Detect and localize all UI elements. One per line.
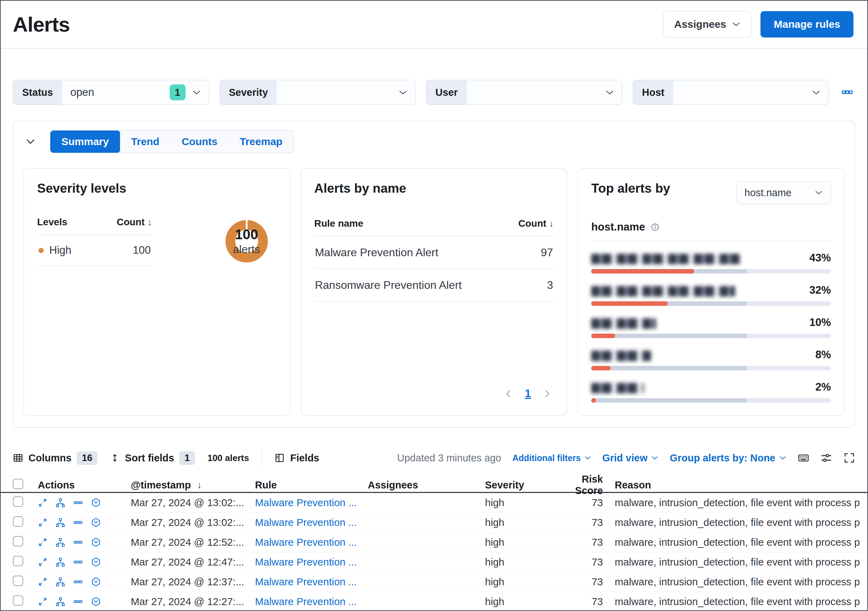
grid-toolbar: Columns 16 Sort fields 1 100 alerts Fiel… (13, 451, 855, 465)
expand-alert-icon[interactable] (38, 537, 48, 547)
rule-link[interactable]: Malware Prevention ... (255, 596, 357, 607)
redacted-host-name (591, 254, 739, 264)
expand-alert-icon[interactable] (38, 597, 48, 606)
severity-column-header[interactable]: Severity (485, 479, 555, 491)
more-actions-icon[interactable] (73, 577, 83, 587)
tab-treemap[interactable]: Treemap (229, 131, 293, 153)
session-view-icon[interactable] (91, 537, 101, 547)
header-divider (1, 48, 867, 48)
analyze-event-icon[interactable] (56, 498, 65, 508)
tab-trend[interactable]: Trend (120, 131, 170, 153)
columns-button[interactable]: Columns 16 (13, 451, 98, 465)
severity-donut-chart: 100 alerts (225, 220, 268, 263)
host-alert-percentage: 2% (815, 381, 831, 393)
chevron-down-icon (732, 20, 741, 29)
group-alerts-by-button[interactable]: Group alerts by: None (670, 452, 786, 464)
tab-summary[interactable]: Summary (50, 131, 120, 153)
host-filter[interactable]: Host (633, 80, 829, 105)
rule-link[interactable]: Malware Prevention ... (255, 516, 357, 528)
assignees-button[interactable]: Assignees (663, 11, 752, 37)
more-actions-icon[interactable] (73, 537, 83, 547)
row-checkbox[interactable] (13, 516, 23, 527)
fields-label: Fields (290, 452, 319, 464)
fullscreen-icon[interactable] (843, 452, 855, 464)
alerts-by-name-title: Alerts by name (314, 181, 554, 196)
analyze-event-icon[interactable] (56, 518, 65, 527)
manage-rules-button[interactable]: Manage rules (761, 11, 853, 37)
alerts-table-header: Actions @timestamp ↓ Rule Assignees Seve… (1, 474, 867, 493)
timestamp-column-header[interactable]: @timestamp ↓ (131, 479, 255, 491)
percentage-bar-track (591, 269, 831, 274)
analyze-event-icon[interactable] (56, 597, 65, 606)
session-view-icon[interactable] (91, 498, 101, 508)
session-view-icon[interactable] (91, 577, 101, 587)
more-actions-icon[interactable] (73, 498, 83, 508)
user-filter-label: User (426, 80, 467, 104)
row-checkbox[interactable] (13, 536, 23, 546)
row-checkbox[interactable] (13, 496, 23, 507)
session-view-icon[interactable] (91, 518, 101, 528)
reason-column-header[interactable]: Reason (604, 479, 867, 491)
count-column-header[interactable]: Count↓ (518, 218, 554, 229)
sort-fields-button[interactable]: Sort fields 1 (110, 451, 195, 465)
page-number[interactable]: 1 (525, 387, 531, 400)
next-page-icon[interactable] (542, 389, 552, 398)
fields-button[interactable]: Fields (274, 452, 319, 464)
previous-page-icon[interactable] (504, 389, 513, 398)
grid-settings-icon[interactable] (820, 452, 832, 464)
more-actions-icon[interactable] (73, 518, 83, 527)
rule-link[interactable]: Malware Prevention ... (255, 497, 357, 508)
additional-filters-button[interactable]: Additional filters (512, 453, 591, 463)
expand-alert-icon[interactable] (38, 557, 48, 567)
filter-bar: Status open 1 Severity User (13, 80, 855, 105)
analyze-event-icon[interactable] (56, 577, 65, 587)
rule-link[interactable]: Malware Prevention ... (255, 576, 357, 588)
user-filter[interactable]: User (426, 80, 622, 105)
grid-view-button[interactable]: Grid view (602, 452, 659, 464)
more-actions-icon[interactable] (73, 597, 83, 606)
expand-alert-icon[interactable] (38, 518, 48, 527)
risk-score-cell: 73 (555, 516, 604, 529)
alerts-count: 100 alerts (208, 453, 249, 463)
top-alerts-row: 2% (591, 381, 831, 403)
severity-cell: high (485, 556, 555, 568)
expand-alert-icon[interactable] (38, 577, 48, 587)
severity-dot (39, 248, 44, 253)
percentage-bar-fill (591, 398, 596, 403)
rule-column-header[interactable]: Rule (255, 479, 368, 491)
sort-desc-icon: ↓ (197, 480, 202, 491)
percentage-bar-track (591, 301, 831, 306)
session-view-icon[interactable] (91, 597, 101, 607)
alert-row: Mar 27, 2024 @ 12:52:... Malware Prevent… (1, 533, 867, 552)
analyze-event-icon[interactable] (56, 537, 65, 547)
session-view-icon[interactable] (91, 557, 101, 567)
more-actions-icon[interactable] (73, 557, 83, 567)
more-filters-icon[interactable] (839, 84, 855, 100)
expand-alert-icon[interactable] (38, 498, 48, 508)
summary-cards: Severity levels Levels Count↓ High 1 (23, 168, 845, 415)
risk-score-column-header[interactable]: Risk Score (555, 474, 604, 496)
alert-row: Mar 27, 2024 @ 13:02:... Malware Prevent… (1, 513, 867, 533)
keyboard-shortcuts-icon[interactable] (798, 452, 809, 464)
collapse-panel-icon[interactable] (23, 135, 37, 149)
top-alerts-field-select[interactable]: host.name (736, 181, 831, 204)
host-alert-percentage: 43% (809, 252, 831, 264)
assignees-column-header[interactable]: Assignees (368, 479, 485, 491)
alerts-by-name-card: Alerts by name Rule name Count↓ Malware … (301, 168, 567, 415)
select-all-checkbox[interactable] (13, 479, 23, 489)
tab-counts[interactable]: Counts (170, 131, 228, 153)
severity-filter[interactable]: Severity (220, 80, 416, 105)
status-filter[interactable]: Status open 1 (13, 80, 209, 105)
row-checkbox[interactable] (13, 575, 23, 586)
row-checkbox[interactable] (13, 556, 23, 566)
info-icon[interactable] (651, 222, 660, 232)
sort-desc-icon: ↓ (147, 217, 152, 227)
analyze-event-icon[interactable] (56, 557, 65, 567)
reason-cell: malware, intrusion_detection, file event… (604, 497, 867, 508)
count-column-header[interactable]: Count↓ (116, 217, 152, 228)
columns-count-badge: 16 (77, 451, 98, 465)
row-checkbox[interactable] (13, 595, 23, 606)
rule-link[interactable]: Malware Prevention ... (255, 536, 357, 548)
sort-fields-label: Sort fields (125, 452, 174, 464)
rule-link[interactable]: Malware Prevention ... (255, 556, 357, 567)
